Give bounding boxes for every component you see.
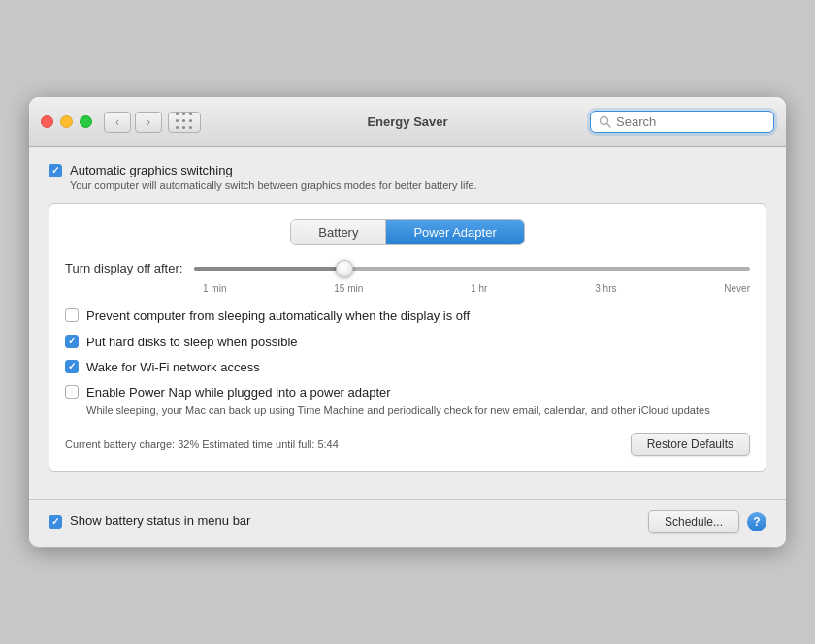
wifi-item: Wake for Wi-Fi network access	[65, 359, 750, 376]
tick-labels-row: 1 min 15 min 1 hr 3 hrs Never	[203, 283, 750, 294]
slider-label: Turn display off after:	[65, 261, 182, 275]
tick-1hr: 1 hr	[471, 283, 487, 294]
back-button[interactable]: ‹	[104, 112, 131, 133]
show-battery-checkbox[interactable]	[49, 515, 62, 529]
tick-never: Never	[724, 283, 750, 294]
traffic-lights	[41, 115, 92, 128]
prevent-sleep-text: Prevent computer from sleeping automatic…	[86, 307, 470, 325]
wifi-label: Wake for Wi-Fi network access	[86, 360, 260, 374]
search-bar[interactable]	[590, 111, 774, 133]
wifi-checkbox[interactable]	[65, 360, 79, 373]
bottom-buttons: Schedule... ?	[648, 510, 766, 533]
hard-disks-item: Put hard disks to sleep when possible	[65, 334, 750, 351]
tab-battery[interactable]: Battery	[291, 220, 386, 244]
prevent-sleep-label: Prevent computer from sleeping automatic…	[86, 308, 470, 323]
title-bar: ‹ › Energy Saver	[29, 97, 786, 147]
prevent-sleep-checkbox[interactable]	[65, 308, 79, 322]
close-button[interactable]	[41, 115, 53, 128]
main-panel: Battery Power Adapter Turn display off a…	[49, 203, 766, 471]
hard-disks-text: Put hard disks to sleep when possible	[86, 334, 298, 351]
power-nap-checkbox[interactable]	[65, 385, 79, 399]
options-list: Prevent computer from sleeping automatic…	[65, 307, 750, 418]
tick-15min: 15 min	[334, 283, 363, 294]
auto-graphics-checkbox[interactable]	[49, 164, 62, 177]
main-content: Automatic graphics switching Your comput…	[29, 147, 786, 499]
tab-power-adapter[interactable]: Power Adapter	[386, 220, 523, 244]
bottom-bar: Show battery status in menu bar Schedule…	[29, 500, 786, 547]
tick-1min: 1 min	[203, 283, 226, 294]
minimize-button[interactable]	[60, 115, 73, 128]
show-battery-label: Show battery status in menu bar	[70, 512, 250, 530]
search-input[interactable]	[616, 114, 766, 129]
maximize-button[interactable]	[80, 115, 92, 128]
search-icon	[599, 115, 611, 128]
prevent-sleep-item: Prevent computer from sleeping automatic…	[65, 307, 750, 325]
power-nap-label: Enable Power Nap while plugged into a po…	[86, 385, 391, 400]
hard-disks-checkbox[interactable]	[65, 335, 79, 348]
power-nap-text: Enable Power Nap while plugged into a po…	[86, 384, 710, 419]
apps-grid-button[interactable]	[168, 112, 201, 133]
tick-labels: 1 min 15 min 1 hr 3 hrs Never	[203, 283, 750, 294]
window-title: Energy Saver	[367, 114, 447, 129]
forward-button[interactable]: ›	[135, 112, 162, 133]
power-nap-description: While sleeping, your Mac can back up usi…	[86, 403, 710, 418]
auto-graphics-description: Your computer will automatically switch …	[70, 179, 477, 191]
restore-defaults-button[interactable]: Restore Defaults	[631, 433, 750, 456]
hard-disks-label: Put hard disks to sleep when possible	[86, 335, 298, 349]
help-button[interactable]: ?	[747, 512, 766, 531]
tabs-row: Battery Power Adapter	[65, 219, 750, 245]
slider-row: Turn display off after:	[65, 261, 750, 275]
nav-buttons: ‹ ›	[104, 112, 162, 133]
power-nap-item: Enable Power Nap while plugged into a po…	[65, 384, 750, 419]
auto-graphics-label: Automatic graphics switching	[70, 163, 477, 177]
tab-group: Battery Power Adapter	[290, 219, 524, 245]
display-off-slider[interactable]	[194, 267, 750, 271]
slider-thumb[interactable]	[336, 260, 353, 277]
auto-graphics-text: Automatic graphics switching Your comput…	[70, 163, 477, 191]
status-row: Current battery charge: 32% Estimated ti…	[65, 433, 750, 456]
slider-fill	[194, 267, 344, 271]
battery-status: Current battery charge: 32% Estimated ti…	[65, 438, 339, 450]
energy-saver-window: ‹ › Energy Saver Automatic graphics swit…	[29, 97, 786, 546]
wifi-text: Wake for Wi-Fi network access	[86, 359, 260, 376]
tick-3hrs: 3 hrs	[595, 283, 616, 294]
show-battery-row: Show battery status in menu bar	[49, 512, 250, 530]
svg-line-1	[607, 124, 611, 128]
schedule-button[interactable]: Schedule...	[648, 510, 739, 533]
auto-graphics-row: Automatic graphics switching Your comput…	[49, 163, 766, 191]
